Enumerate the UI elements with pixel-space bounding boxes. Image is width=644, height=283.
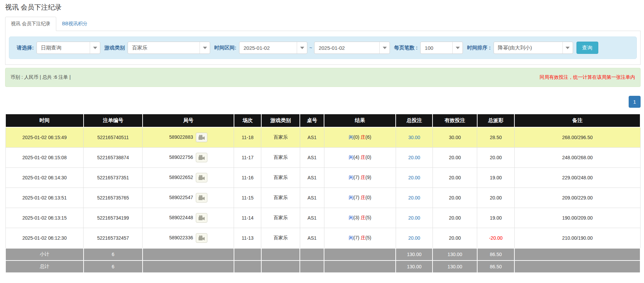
payout-cell: 19.00 [477, 168, 515, 188]
search-button[interactable]: 查询 [576, 42, 598, 54]
query-type-select[interactable]: 日期查询 [36, 42, 100, 54]
bet-id-cell: 522165740511 [84, 127, 143, 148]
valid-bet-notice: 同局有效投注，统一计算在该局第一张注单内 [540, 74, 635, 80]
valid-bet-cell-value: 20.00 [449, 155, 461, 160]
date-from-select[interactable]: 2025-01-02 [239, 42, 307, 54]
game-type-cell: 百家乐 [261, 208, 300, 228]
tab-betting-records[interactable]: 视讯 会员下注纪录 [5, 17, 56, 31]
summary-empty-cell [143, 248, 234, 260]
time-sort-select[interactable]: 降幂(由大到小) [494, 42, 573, 54]
bet-id-cell-value: 522165737351 [97, 175, 129, 180]
round-video-button[interactable] [196, 193, 207, 203]
round-video-button[interactable] [196, 173, 207, 182]
round-video-button[interactable] [196, 213, 207, 223]
total-bet-cell-value[interactable]: 20.00 [408, 215, 420, 221]
pagination: 1 [5, 96, 641, 108]
session-cell: 11-15 [234, 188, 261, 208]
time-cell: 2025-01-02 06:12:30 [5, 228, 84, 249]
summary-empty-cell [234, 248, 261, 260]
table-no-cell: AS1 [300, 168, 324, 188]
round-video-button[interactable] [196, 153, 207, 162]
summary-empty-cell [143, 260, 234, 273]
result-cell: 闲(3) 庄(5) [324, 208, 396, 228]
summary-payout-cell: 86.50 [477, 248, 515, 260]
note-cell: 209.00/229.00 [514, 188, 640, 208]
table-header: 时间注单编号局号场次游戏类别桌号结果总投注有效投注总派彩备注 [5, 114, 640, 127]
summary-empty-cell [324, 260, 396, 273]
session-cell: 11-13 [234, 228, 261, 249]
page-1-button[interactable]: 1 [629, 96, 641, 108]
round-id-cell: 589022448 [143, 208, 234, 228]
time-sort-label: 时间排序 : [467, 45, 491, 51]
round-id-cell-value: 589022756 [169, 154, 193, 160]
column-header: 桌号 [300, 114, 324, 127]
total-bet-cell: 20.00 [396, 228, 433, 249]
valid-bet-cell: 20.00 [433, 148, 477, 168]
time-cell: 2025-01-02 06:15:49 [5, 127, 84, 148]
payout-cell-value: -20.00 [489, 235, 503, 241]
result-banker-label: 庄 [361, 235, 365, 240]
bet-id-cell: 522165738874 [84, 148, 143, 168]
note-cell: 190.00/209.00 [514, 208, 640, 228]
result-banker-score: (9) [365, 175, 371, 180]
payout-cell: 19.00 [477, 208, 515, 228]
bet-id-cell-value: 522165735765 [97, 195, 129, 200]
round-id-cell-value: 589022336 [169, 235, 193, 240]
total-bet-cell-value[interactable]: 20.00 [408, 155, 420, 160]
round-video-button[interactable] [196, 133, 207, 142]
payout-cell: 28.50 [477, 127, 515, 148]
chevron-down-icon[interactable] [297, 42, 307, 54]
total-bet-cell: 30.00 [396, 127, 433, 148]
round-id-cell: 589022756 [143, 148, 234, 168]
round-video-button[interactable] [196, 233, 207, 243]
column-header: 场次 [234, 114, 261, 127]
total-bet-cell-value[interactable]: 20.00 [408, 175, 420, 180]
time-sort-value: 降幂(由大到小) [494, 45, 532, 51]
session-cell: 11-18 [234, 127, 261, 148]
summary-empty-cell [514, 260, 640, 273]
summary-valid-bet-cell: 130.00 [433, 248, 477, 260]
summary-count-cell-value: 6 [112, 252, 115, 257]
chevron-down-icon[interactable] [90, 42, 100, 54]
tab-bb-video-points[interactable]: BB视讯积分 [56, 17, 93, 31]
summary-valid-bet-cell-value: 130.00 [448, 264, 462, 269]
table-body: 2025-01-02 06:15:49522165740511589022883… [5, 127, 640, 273]
note-cell-value: 229.00/248.00 [562, 175, 593, 180]
result-cell: 闲(0) 庄(6) [324, 127, 396, 148]
total-bet-cell-value[interactable]: 20.00 [408, 195, 420, 200]
chevron-down-icon[interactable] [379, 42, 390, 54]
time-cell-value: 2025-01-02 06:15:49 [22, 135, 67, 140]
total-bet-cell-value[interactable]: 20.00 [408, 235, 420, 241]
game-type-value: 百家乐 [128, 45, 147, 51]
game-type-label: 游戏类别 [104, 45, 125, 51]
round-id-cell: 589022883 [143, 127, 234, 148]
column-header: 局号 [143, 114, 234, 127]
column-header: 总派彩 [477, 114, 515, 127]
result-cell: 闲(7) 庄(0) [324, 188, 396, 208]
summary-label-cell-value: 总计 [40, 264, 49, 269]
date-to-select[interactable]: 2025-01-02 [314, 42, 390, 54]
result-player-label: 闲 [349, 195, 353, 200]
bet-id-cell: 522165734199 [84, 208, 143, 228]
video-replay-icon [198, 195, 205, 200]
game-type-select[interactable]: 百家乐 [128, 42, 210, 54]
column-header: 游戏类别 [261, 114, 300, 127]
time-cell-value: 2025-01-02 06:15:08 [22, 155, 67, 160]
tab-panel: 请选择: 日期查询 游戏类别 百家乐 时间区间: 2025-01-02 ~ 20… [5, 31, 641, 65]
chevron-down-icon[interactable] [200, 42, 210, 54]
bet-id-cell: 522165732457 [84, 228, 143, 249]
total-bet-cell: 20.00 [396, 188, 433, 208]
chevron-down-icon[interactable] [562, 42, 573, 54]
round-id-cell: 589022652 [143, 168, 234, 188]
per-page-label: 每页笔数 : [394, 45, 418, 51]
bet-id-cell-value: 522165740511 [97, 135, 129, 140]
chevron-down-icon[interactable] [452, 42, 463, 54]
game-type-cell-value: 百家乐 [274, 134, 288, 140]
valid-bet-cell-value: 20.00 [449, 215, 461, 221]
result-banker-label: 庄 [361, 154, 365, 160]
per-page-select[interactable]: 100 [420, 42, 463, 54]
total-bet-cell-value[interactable]: 30.00 [408, 135, 420, 140]
column-header: 结果 [324, 114, 396, 127]
bet-id-cell-value: 522165734199 [97, 215, 129, 221]
result-player-score: (7) [353, 235, 359, 240]
